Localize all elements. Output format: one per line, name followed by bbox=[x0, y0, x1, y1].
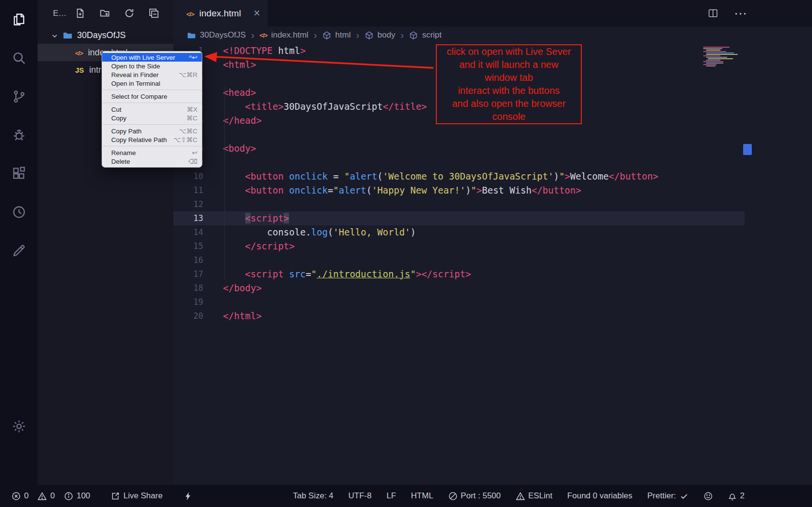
close-icon[interactable]: × bbox=[254, 8, 260, 19]
status-0[interactable]: 0 bbox=[12, 491, 28, 501]
menu-item-label: Copy Path bbox=[111, 128, 142, 135]
root-folder-label: 30DaysOfJS bbox=[77, 30, 126, 40]
status-found-0-variables[interactable]: Found 0 variables bbox=[567, 491, 632, 501]
annotation-text: window tab bbox=[437, 71, 581, 84]
code-line-20[interactable]: 20</html> bbox=[173, 309, 812, 323]
chevron-right-icon: › bbox=[251, 30, 254, 40]
split-editor-icon[interactable] bbox=[707, 8, 719, 19]
code-line-8[interactable]: 8<body> bbox=[173, 142, 812, 156]
history-button[interactable] bbox=[7, 198, 31, 225]
breadcrumb-script[interactable]: script bbox=[409, 30, 442, 40]
code-line-15[interactable]: 15 </script> bbox=[173, 239, 812, 253]
search-button[interactable] bbox=[7, 44, 31, 71]
html-file-icon: </> bbox=[186, 8, 194, 19]
menu-item-rename[interactable]: Rename↩ bbox=[102, 148, 202, 157]
source-control-icon bbox=[12, 89, 26, 104]
code-line-17[interactable]: 17 <script src="./introduction.js"></scr… bbox=[173, 267, 812, 281]
breadcrumb-body[interactable]: body bbox=[365, 30, 395, 40]
menu-item-select-for-compare[interactable]: Select for Compare bbox=[102, 92, 202, 101]
cube-icon bbox=[322, 31, 331, 40]
code-line-10[interactable]: 10 <button onclick = "alert('Welcome to … bbox=[173, 169, 812, 183]
refresh-icon[interactable] bbox=[124, 8, 134, 18]
breadcrumb-html[interactable]: html bbox=[322, 30, 351, 40]
editor-actions: ⋯ bbox=[707, 0, 812, 26]
menu-item-copy-relative-path[interactable]: Copy Relative Path⌥⇧⌘C bbox=[102, 135, 202, 144]
code-line-16[interactable]: 16 bbox=[173, 253, 812, 267]
status-2[interactable]: 2 bbox=[728, 491, 745, 501]
status-eslint[interactable]: ESLint bbox=[516, 491, 552, 501]
status-utf-8[interactable]: UTF-8 bbox=[348, 491, 371, 501]
status-label: Found 0 variables bbox=[567, 491, 632, 501]
status-lightning[interactable] bbox=[183, 492, 193, 501]
gear-icon bbox=[12, 419, 26, 434]
context-menu: Open with Live Server^↩Open to the SideR… bbox=[102, 51, 202, 168]
breadcrumb-label: script bbox=[422, 30, 442, 40]
vscode-window: E… 30DaysOfJS </>index.htmlJSintroductio… bbox=[0, 0, 812, 507]
feedback-icon bbox=[12, 243, 26, 258]
menu-shortcut: ⌥⌘C bbox=[179, 127, 197, 135]
breadcrumb-30daysofjs[interactable]: 30DaysOfJS bbox=[187, 30, 246, 40]
status-port-5500[interactable]: Port : 5500 bbox=[448, 491, 501, 501]
line-content: <button onclick="alert('Happy New Year!'… bbox=[203, 183, 581, 197]
status-0[interactable]: 0 bbox=[38, 491, 54, 501]
status-html[interactable]: HTML bbox=[411, 491, 433, 501]
status-live-share[interactable]: Live Share bbox=[111, 491, 162, 501]
code-line-13[interactable]: 13 <script> bbox=[173, 211, 745, 225]
line-number: 15 bbox=[173, 239, 203, 253]
feedback-button[interactable] bbox=[7, 237, 31, 264]
line-content: </body> bbox=[203, 281, 262, 295]
minimap[interactable] bbox=[700, 45, 745, 68]
menu-item-delete[interactable]: Delete⌫ bbox=[102, 157, 202, 166]
history-icon bbox=[12, 205, 26, 220]
status-prettier[interactable]: Prettier: bbox=[647, 491, 689, 501]
code-line-18[interactable]: 18</body> bbox=[173, 281, 812, 295]
menu-shortcut: ↩ bbox=[192, 149, 197, 156]
chevron-right-icon: › bbox=[401, 30, 404, 40]
code-line-7[interactable]: 7 bbox=[173, 128, 812, 142]
smiley-icon bbox=[704, 492, 713, 501]
line-number: 16 bbox=[173, 253, 203, 267]
annotation-box: click on open with Live Severand it will… bbox=[436, 44, 582, 124]
source-control-button[interactable] bbox=[7, 83, 31, 110]
menu-item-open-with-live-server[interactable]: Open with Live Server^↩ bbox=[102, 53, 202, 62]
js-file-icon: JS bbox=[75, 65, 84, 75]
menu-item-label: Open with Live Server bbox=[111, 54, 175, 61]
status-label: 2 bbox=[740, 491, 745, 501]
menu-item-open-to-the-side[interactable]: Open to the Side bbox=[102, 62, 202, 70]
menu-item-copy[interactable]: Copy⌘C bbox=[102, 114, 202, 122]
code-line-11[interactable]: 11 <button onclick="alert('Happy New Yea… bbox=[173, 183, 812, 197]
more-actions-icon[interactable]: ⋯ bbox=[734, 6, 747, 21]
line-content bbox=[203, 72, 223, 86]
explorer-button[interactable] bbox=[7, 6, 31, 33]
activity-bar bbox=[0, 0, 38, 485]
new-folder-icon[interactable] bbox=[100, 8, 110, 18]
menu-item-reveal-in-finder[interactable]: Reveal in Finder⌥⌘R bbox=[102, 70, 202, 79]
breadcrumb-index-html[interactable]: </>index.html bbox=[260, 30, 308, 40]
code-line-12[interactable]: 12 bbox=[173, 197, 812, 211]
error-circle-icon bbox=[12, 492, 21, 501]
line-content: <script src="./introduction.js"></script… bbox=[203, 267, 471, 281]
status-lf[interactable]: LF bbox=[386, 491, 396, 501]
tab-index-html[interactable]: </> index.html × bbox=[173, 0, 268, 26]
status-100[interactable]: 100 bbox=[64, 491, 90, 501]
collapse-all-icon[interactable] bbox=[149, 8, 159, 18]
line-content: console.log('Hello, World') bbox=[203, 225, 416, 239]
extensions-button[interactable] bbox=[7, 160, 31, 187]
status-tab-size-4[interactable]: Tab Size: 4 bbox=[293, 491, 333, 501]
menu-item-cut[interactable]: Cut⌘X bbox=[102, 105, 202, 114]
debug-button[interactable] bbox=[7, 121, 31, 148]
menu-item-open-in-terminal[interactable]: Open in Terminal bbox=[102, 79, 202, 88]
new-file-icon[interactable] bbox=[75, 8, 85, 18]
tree-root-folder[interactable]: 30DaysOfJS bbox=[38, 26, 173, 44]
tab-bar: </> index.html × ⋯ bbox=[173, 0, 812, 26]
status-smiley[interactable] bbox=[704, 492, 713, 501]
code-line-19[interactable]: 19 bbox=[173, 295, 812, 309]
settings-button[interactable] bbox=[7, 413, 31, 440]
line-content bbox=[203, 197, 223, 211]
annotation-text: and also open the browser bbox=[437, 97, 581, 110]
line-content bbox=[203, 128, 223, 142]
code-line-14[interactable]: 14 console.log('Hello, World') bbox=[173, 225, 812, 239]
code-line-9[interactable]: 9 bbox=[173, 156, 812, 169]
menu-item-copy-path[interactable]: Copy Path⌥⌘C bbox=[102, 127, 202, 135]
status-label: HTML bbox=[411, 491, 433, 501]
